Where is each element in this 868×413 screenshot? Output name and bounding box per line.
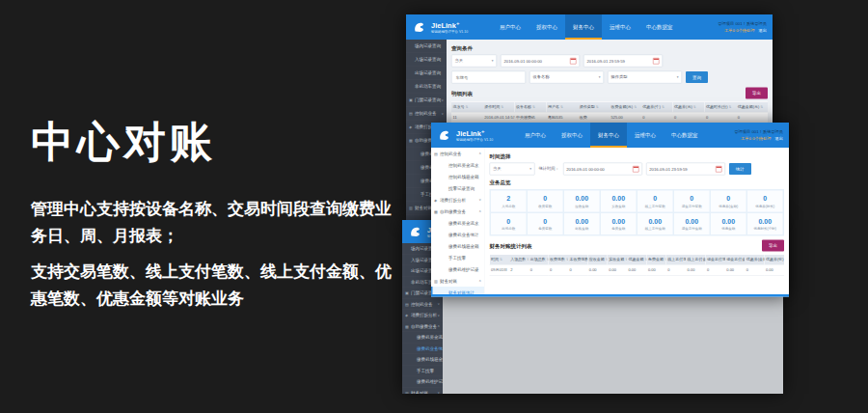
column-header[interactable]: 现金支付金额⇅ <box>725 255 745 265</box>
stat-label: 实收金额 <box>611 204 625 208</box>
user-info: 管理项目 001！系统管理员 <box>734 128 783 134</box>
sidebar-item[interactable]: ▥ 财务对账 ∧ <box>431 275 484 287</box>
device-select[interactable]: 设备名称 ▾ <box>529 71 604 84</box>
sidebar-item[interactable]: ▣ 门禁记录查询 ∨ <box>406 94 447 107</box>
column-header[interactable]: 流水号⇅ <box>451 102 483 113</box>
sidebar-item[interactable]: 控制机钱箱金额 <box>431 171 484 182</box>
column-header[interactable]: 优惠时长(分)⇅ <box>704 102 736 113</box>
column-header[interactable]: 收费金额(元)⇅ <box>610 102 641 113</box>
nav-item[interactable]: 授权中心 <box>554 123 590 148</box>
nav-item[interactable]: 财务中心 <box>590 123 627 148</box>
stat-value: 0 <box>726 194 730 202</box>
sidebar-item[interactable]: ▥ 财务对账 ∨ <box>402 388 443 395</box>
sidebar-item[interactable]: 出场记录查询 <box>406 67 447 80</box>
cell: 11 <box>451 112 483 123</box>
column-header[interactable]: 优惠券(个)⇅ <box>641 102 673 113</box>
sidebar-item[interactable]: ▦ 自助缴费业务 ∧ <box>431 206 484 217</box>
sidebar-item[interactable]: 入场记录查询 <box>406 53 447 67</box>
column-header[interactable]: 免费金额⇅ <box>646 255 665 265</box>
column-header[interactable]: 设备名称⇅ <box>515 102 547 113</box>
nav-item[interactable]: 运维中心 <box>602 14 638 40</box>
chevron-down-icon: ▾ <box>677 75 679 79</box>
sidebar-item[interactable]: 场内记录查询 <box>406 40 447 53</box>
table-row[interactable]: 112016-09-01 14:57:54中央缴费机粤B0535收费525.00… <box>451 112 768 123</box>
hero-text-block: 中心对账 管理中心支持按设备名称、交易时间段查询缴费业务日、周、月报表； 支持交… <box>31 114 407 321</box>
chevron-icon: ∨ <box>441 98 444 102</box>
nav-item[interactable]: 中心数据室 <box>664 123 706 148</box>
column-header[interactable]: 入场总数⇅ <box>509 255 529 265</box>
logout-link[interactable]: 退出 <box>759 28 768 34</box>
cell: 0.00 <box>686 264 705 275</box>
export-button[interactable]: 导出 <box>762 240 784 252</box>
stat-card: 0.00 优惠时长(小时) <box>747 213 783 234</box>
nav-item[interactable]: 用户中心 <box>517 123 554 148</box>
nav-item[interactable]: 中心数据室 <box>638 14 681 40</box>
range-select[interactable]: 当天 ▾ <box>451 55 497 68</box>
sidebar-item[interactable]: 缴费机资金流水 <box>402 332 443 344</box>
column-header[interactable]: 优惠金额(元)⇅ <box>736 102 768 113</box>
sidebar-item[interactable]: 缴费机资金流水 <box>431 217 484 229</box>
column-header[interactable]: 操作类型⇅ <box>578 102 610 113</box>
date-from-input[interactable]: 2016-09-01 00:00:00 <box>501 55 580 68</box>
column-header[interactable]: 时间⇅ <box>490 255 509 265</box>
column-header[interactable]: 线上支付金额⇅ <box>686 255 705 265</box>
sidebar-item[interactable]: 财务对账统计 <box>431 287 484 294</box>
plate-input[interactable] <box>455 74 523 80</box>
column-header[interactable]: 优惠券(金额)⇅ <box>745 255 764 265</box>
sidebar-item[interactable]: 找零记录查询 <box>431 182 484 194</box>
sidebar-item[interactable]: 缴费机钱箱金额 <box>402 354 443 366</box>
column-header[interactable]: 优惠券(张)⇅ <box>765 255 784 265</box>
sidebar-item[interactable]: 缴费机业务统计 <box>402 344 443 355</box>
search-button[interactable]: 查询 <box>686 71 708 83</box>
sidebar-item[interactable]: ▤ 控制机业务 ∧ <box>431 148 484 159</box>
sidebar-item[interactable]: 缴费机维护记录 <box>431 263 484 275</box>
table-row[interactable]: 09月01日20000.000.000.000.0000.0000.0000.0… <box>490 264 785 275</box>
column-header[interactable]: 收费笔数⇅ <box>549 255 568 265</box>
sidebar-item[interactable]: ▦ 自助缴费业务 ∧ <box>402 321 443 333</box>
sidebar-item[interactable]: 手工找零 <box>431 252 484 263</box>
type-select[interactable]: 操作类型 ▾ <box>608 71 682 84</box>
column-header[interactable]: 用户名⇅ <box>546 102 578 113</box>
column-header[interactable]: 实收金额⇅ <box>608 255 627 265</box>
brand-logo: JieLink⁺ 智能终端管理平台 V1.10 <box>431 123 517 148</box>
nav-item[interactable]: 用户中心 <box>492 14 529 40</box>
stat-card: 0 出场总数 <box>491 213 527 234</box>
stat-card: 0.00 实收金额 <box>601 191 637 212</box>
range-select[interactable]: 当天 ▾ <box>490 163 535 176</box>
column-header[interactable]: 操作时间⇅ <box>483 102 515 113</box>
sidebar-item[interactable]: ◈ 消费打折分析 ∨ <box>402 310 443 321</box>
date-from-input[interactable]: 2016-09-01 00:00:00 <box>563 163 642 176</box>
sidebar-item[interactable]: ▤ 控制机业务 ∨ <box>402 299 443 311</box>
stat-value: 0 <box>653 194 657 202</box>
date-to-input[interactable]: 2016-09-01 23:59:59 <box>583 55 663 68</box>
sidebar-item[interactable]: 缴费机维护记录 <box>402 376 443 388</box>
export-button[interactable]: 导出 <box>746 88 768 99</box>
stat-value: 0 <box>543 194 547 202</box>
sidebar-item[interactable]: 缴费机钱箱金额 <box>431 240 484 252</box>
sidebar-item[interactable]: ▤ 控制机业务 ∨ <box>406 107 447 121</box>
column-header[interactable]: 现金支付笔数⇅ <box>705 255 724 265</box>
column-header[interactable]: 应收金额⇅ <box>587 255 607 265</box>
column-header[interactable]: 未收费笔数⇅ <box>568 255 587 265</box>
sidebar-item[interactable]: 控制机资金流水 <box>431 159 484 171</box>
date-to-input[interactable]: 2016-09-01 23:59:59 <box>646 163 725 176</box>
sidebar-item[interactable]: 手工找零 <box>402 366 443 377</box>
stat-value: 0.00 <box>648 217 662 225</box>
column-header[interactable]: 优惠金额⇅ <box>627 255 646 265</box>
logout-link[interactable]: 退出 <box>775 136 784 142</box>
nav-item[interactable]: 财务中心 <box>565 14 602 40</box>
cell: 2 <box>509 264 529 275</box>
column-header[interactable]: 优惠券(元)⇅ <box>673 102 705 113</box>
sidebar-item[interactable]: 缴费机业务统计 <box>431 229 484 240</box>
calendar-icon <box>653 58 660 65</box>
nav-item[interactable]: 授权中心 <box>529 14 565 40</box>
stat-value: 0.00 <box>685 217 698 225</box>
column-header[interactable]: 出场总数⇅ <box>529 255 548 265</box>
brand-subtitle: 智能终端管理平台 V1.10 <box>431 29 468 34</box>
stat-button[interactable]: 统计 <box>729 163 751 175</box>
cell: 0 <box>529 264 548 275</box>
nav-item[interactable]: 运维中心 <box>627 123 664 148</box>
sidebar-item[interactable]: ◈ 消费打折分析 ∨ <box>431 194 484 206</box>
column-header[interactable]: 线上支付笔数⇅ <box>666 255 686 265</box>
sidebar-item[interactable]: 非机动车查询 <box>406 80 447 94</box>
